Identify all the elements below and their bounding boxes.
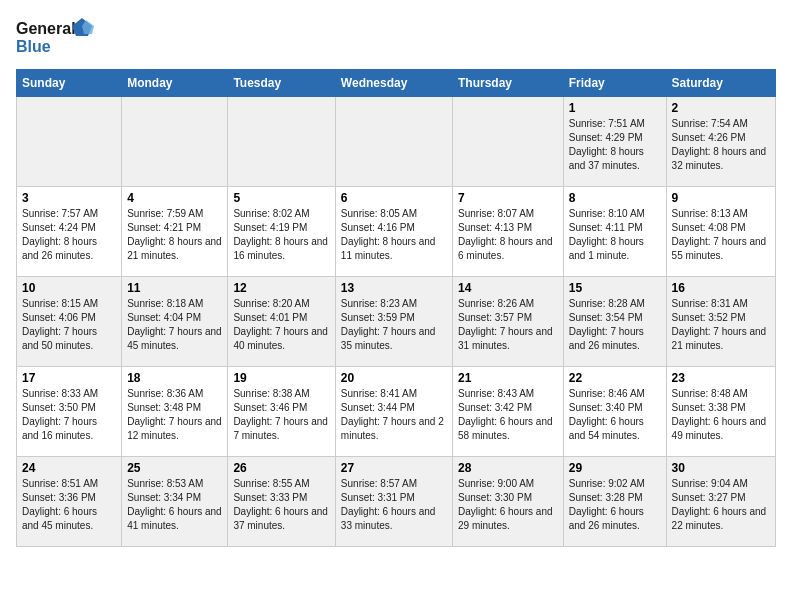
day-info: Sunrise: 8:05 AM Sunset: 4:16 PM Dayligh… — [341, 207, 447, 263]
weekday-header-monday: Monday — [122, 70, 228, 97]
calendar-cell: 8Sunrise: 8:10 AM Sunset: 4:11 PM Daylig… — [563, 187, 666, 277]
day-number: 19 — [233, 371, 329, 385]
day-number: 15 — [569, 281, 661, 295]
day-number: 3 — [22, 191, 116, 205]
calendar-cell — [335, 97, 452, 187]
day-info: Sunrise: 8:46 AM Sunset: 3:40 PM Dayligh… — [569, 387, 661, 443]
calendar-table: SundayMondayTuesdayWednesdayThursdayFrid… — [16, 69, 776, 547]
day-info: Sunrise: 8:36 AM Sunset: 3:48 PM Dayligh… — [127, 387, 222, 443]
calendar-cell: 2Sunrise: 7:54 AM Sunset: 4:26 PM Daylig… — [666, 97, 775, 187]
calendar-cell: 18Sunrise: 8:36 AM Sunset: 3:48 PM Dayli… — [122, 367, 228, 457]
calendar-cell: 7Sunrise: 8:07 AM Sunset: 4:13 PM Daylig… — [453, 187, 564, 277]
day-info: Sunrise: 8:48 AM Sunset: 3:38 PM Dayligh… — [672, 387, 770, 443]
day-info: Sunrise: 7:59 AM Sunset: 4:21 PM Dayligh… — [127, 207, 222, 263]
calendar-cell: 16Sunrise: 8:31 AM Sunset: 3:52 PM Dayli… — [666, 277, 775, 367]
calendar-cell: 21Sunrise: 8:43 AM Sunset: 3:42 PM Dayli… — [453, 367, 564, 457]
calendar-cell: 5Sunrise: 8:02 AM Sunset: 4:19 PM Daylig… — [228, 187, 335, 277]
weekday-header-thursday: Thursday — [453, 70, 564, 97]
calendar-cell — [122, 97, 228, 187]
calendar-cell: 27Sunrise: 8:57 AM Sunset: 3:31 PM Dayli… — [335, 457, 452, 547]
day-info: Sunrise: 8:43 AM Sunset: 3:42 PM Dayligh… — [458, 387, 558, 443]
calendar-cell — [17, 97, 122, 187]
day-number: 26 — [233, 461, 329, 475]
day-number: 30 — [672, 461, 770, 475]
calendar-cell: 26Sunrise: 8:55 AM Sunset: 3:33 PM Dayli… — [228, 457, 335, 547]
day-info: Sunrise: 8:20 AM Sunset: 4:01 PM Dayligh… — [233, 297, 329, 353]
day-number: 8 — [569, 191, 661, 205]
calendar-cell: 10Sunrise: 8:15 AM Sunset: 4:06 PM Dayli… — [17, 277, 122, 367]
day-info: Sunrise: 7:54 AM Sunset: 4:26 PM Dayligh… — [672, 117, 770, 173]
day-info: Sunrise: 8:57 AM Sunset: 3:31 PM Dayligh… — [341, 477, 447, 533]
day-number: 20 — [341, 371, 447, 385]
page-header: General Blue — [16, 16, 776, 61]
day-info: Sunrise: 9:00 AM Sunset: 3:30 PM Dayligh… — [458, 477, 558, 533]
calendar-cell: 9Sunrise: 8:13 AM Sunset: 4:08 PM Daylig… — [666, 187, 775, 277]
day-info: Sunrise: 8:31 AM Sunset: 3:52 PM Dayligh… — [672, 297, 770, 353]
calendar-week-2: 3Sunrise: 7:57 AM Sunset: 4:24 PM Daylig… — [17, 187, 776, 277]
day-info: Sunrise: 8:15 AM Sunset: 4:06 PM Dayligh… — [22, 297, 116, 353]
calendar-cell: 3Sunrise: 7:57 AM Sunset: 4:24 PM Daylig… — [17, 187, 122, 277]
svg-text:General: General — [16, 20, 76, 37]
day-info: Sunrise: 8:18 AM Sunset: 4:04 PM Dayligh… — [127, 297, 222, 353]
calendar-week-4: 17Sunrise: 8:33 AM Sunset: 3:50 PM Dayli… — [17, 367, 776, 457]
calendar-cell: 30Sunrise: 9:04 AM Sunset: 3:27 PM Dayli… — [666, 457, 775, 547]
calendar-cell: 28Sunrise: 9:00 AM Sunset: 3:30 PM Dayli… — [453, 457, 564, 547]
day-info: Sunrise: 7:57 AM Sunset: 4:24 PM Dayligh… — [22, 207, 116, 263]
day-info: Sunrise: 9:04 AM Sunset: 3:27 PM Dayligh… — [672, 477, 770, 533]
day-number: 25 — [127, 461, 222, 475]
day-info: Sunrise: 8:10 AM Sunset: 4:11 PM Dayligh… — [569, 207, 661, 263]
weekday-header-tuesday: Tuesday — [228, 70, 335, 97]
day-number: 17 — [22, 371, 116, 385]
calendar-week-3: 10Sunrise: 8:15 AM Sunset: 4:06 PM Dayli… — [17, 277, 776, 367]
day-info: Sunrise: 8:51 AM Sunset: 3:36 PM Dayligh… — [22, 477, 116, 533]
day-number: 10 — [22, 281, 116, 295]
day-number: 16 — [672, 281, 770, 295]
day-info: Sunrise: 8:23 AM Sunset: 3:59 PM Dayligh… — [341, 297, 447, 353]
calendar-cell: 6Sunrise: 8:05 AM Sunset: 4:16 PM Daylig… — [335, 187, 452, 277]
day-info: Sunrise: 8:02 AM Sunset: 4:19 PM Dayligh… — [233, 207, 329, 263]
day-number: 24 — [22, 461, 116, 475]
day-number: 22 — [569, 371, 661, 385]
calendar-cell: 11Sunrise: 8:18 AM Sunset: 4:04 PM Dayli… — [122, 277, 228, 367]
day-number: 1 — [569, 101, 661, 115]
calendar-cell: 19Sunrise: 8:38 AM Sunset: 3:46 PM Dayli… — [228, 367, 335, 457]
weekday-header-wednesday: Wednesday — [335, 70, 452, 97]
day-info: Sunrise: 8:26 AM Sunset: 3:57 PM Dayligh… — [458, 297, 558, 353]
day-number: 23 — [672, 371, 770, 385]
weekday-header-sunday: Sunday — [17, 70, 122, 97]
calendar-cell: 23Sunrise: 8:48 AM Sunset: 3:38 PM Dayli… — [666, 367, 775, 457]
calendar-cell: 14Sunrise: 8:26 AM Sunset: 3:57 PM Dayli… — [453, 277, 564, 367]
calendar-cell: 1Sunrise: 7:51 AM Sunset: 4:29 PM Daylig… — [563, 97, 666, 187]
calendar-cell: 25Sunrise: 8:53 AM Sunset: 3:34 PM Dayli… — [122, 457, 228, 547]
calendar-week-1: 1Sunrise: 7:51 AM Sunset: 4:29 PM Daylig… — [17, 97, 776, 187]
calendar-cell: 4Sunrise: 7:59 AM Sunset: 4:21 PM Daylig… — [122, 187, 228, 277]
logo-svg: General Blue — [16, 16, 96, 61]
calendar-cell — [453, 97, 564, 187]
calendar-cell: 24Sunrise: 8:51 AM Sunset: 3:36 PM Dayli… — [17, 457, 122, 547]
weekday-header-friday: Friday — [563, 70, 666, 97]
day-info: Sunrise: 8:41 AM Sunset: 3:44 PM Dayligh… — [341, 387, 447, 443]
day-number: 9 — [672, 191, 770, 205]
day-info: Sunrise: 8:53 AM Sunset: 3:34 PM Dayligh… — [127, 477, 222, 533]
calendar-cell: 20Sunrise: 8:41 AM Sunset: 3:44 PM Dayli… — [335, 367, 452, 457]
day-number: 14 — [458, 281, 558, 295]
calendar-cell: 29Sunrise: 9:02 AM Sunset: 3:28 PM Dayli… — [563, 457, 666, 547]
calendar-cell: 12Sunrise: 8:20 AM Sunset: 4:01 PM Dayli… — [228, 277, 335, 367]
calendar-week-5: 24Sunrise: 8:51 AM Sunset: 3:36 PM Dayli… — [17, 457, 776, 547]
day-number: 11 — [127, 281, 222, 295]
day-number: 12 — [233, 281, 329, 295]
day-number: 21 — [458, 371, 558, 385]
calendar-header: SundayMondayTuesdayWednesdayThursdayFrid… — [17, 70, 776, 97]
day-number: 2 — [672, 101, 770, 115]
day-info: Sunrise: 8:28 AM Sunset: 3:54 PM Dayligh… — [569, 297, 661, 353]
day-number: 4 — [127, 191, 222, 205]
day-info: Sunrise: 8:13 AM Sunset: 4:08 PM Dayligh… — [672, 207, 770, 263]
calendar-cell: 15Sunrise: 8:28 AM Sunset: 3:54 PM Dayli… — [563, 277, 666, 367]
day-info: Sunrise: 9:02 AM Sunset: 3:28 PM Dayligh… — [569, 477, 661, 533]
weekday-header-row: SundayMondayTuesdayWednesdayThursdayFrid… — [17, 70, 776, 97]
day-number: 6 — [341, 191, 447, 205]
day-info: Sunrise: 7:51 AM Sunset: 4:29 PM Dayligh… — [569, 117, 661, 173]
day-number: 29 — [569, 461, 661, 475]
logo: General Blue — [16, 16, 96, 61]
day-number: 28 — [458, 461, 558, 475]
